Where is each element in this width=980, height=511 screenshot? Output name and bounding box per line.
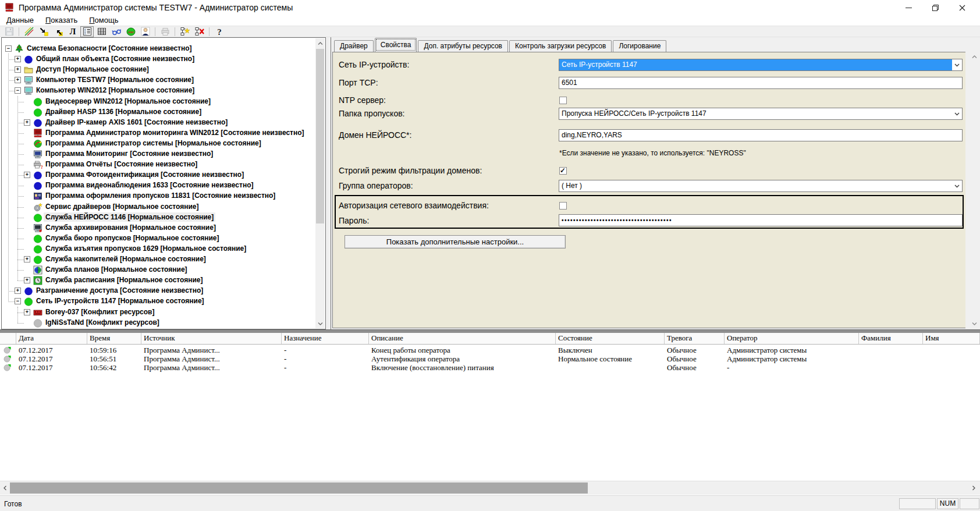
tree-item-label[interactable]: Система Безопасности [Состояние неизвест… (25, 44, 194, 53)
arrow-down-right-icon[interactable] (37, 26, 50, 37)
tree-item[interactable]: +Доступ [Нормальное состояние] (2, 65, 315, 76)
tree-item[interactable]: ?Программа Отчёты [Состояние неизвестно] (2, 159, 315, 171)
operator-group-combobox[interactable]: ( Нет ) (559, 180, 963, 192)
tree-item[interactable]: +Общий план объекта [Состояние неизвестн… (2, 54, 315, 65)
tree-item[interactable]: +Компьютер TESTW7 [Нормальное состояние] (2, 75, 315, 86)
tree-item-label[interactable]: Служба планов [Нормальное состояние] (44, 265, 189, 274)
menu-item-1[interactable]: Данные (1, 15, 39, 24)
tree-item[interactable]: Драйвер HASP 1136 [Нормальное состояние] (2, 107, 315, 118)
collapse-icon[interactable]: − (5, 45, 12, 52)
tree-item-label[interactable]: Компьютер WIN2012 [Нормальное состояние] (34, 86, 196, 95)
tree-item[interactable] (2, 328, 315, 329)
tab-4[interactable]: Контроль загрузки ресурсов (509, 40, 612, 52)
tree-item[interactable]: Программа Администратор системы [Нормаль… (2, 139, 315, 150)
tree-item-label[interactable]: Программа Мониторинг [Состояние неизвест… (44, 149, 215, 158)
tree-item[interactable]: Программа Мониторинг [Состояние неизвест… (2, 149, 315, 160)
tree-item[interactable]: Программа видеонаблюдения 1633 [Состояни… (2, 180, 315, 191)
tree-item[interactable]: +Разграничение доступа [Состояние неизве… (2, 286, 315, 297)
chevron-down-icon[interactable] (952, 59, 962, 70)
log-column-header[interactable]: Назначение (282, 333, 369, 344)
tree-item-label[interactable]: Видеосервер WIN2012 [Нормальное состояни… (44, 97, 212, 106)
start-icon[interactable]: star (124, 26, 137, 37)
log-column-header[interactable]: Время (87, 333, 141, 344)
tree-scrollbar[interactable] (315, 38, 325, 328)
log-column-header[interactable]: Тревога (665, 333, 725, 344)
tree-item-label[interactable]: Служба расписания [Нормальное состояние] (44, 275, 205, 285)
scroll-down-icon[interactable] (315, 319, 325, 328)
tree-item-label[interactable]: Драйвер HASP 1136 [Нормальное состояние] (44, 107, 203, 116)
tree-item[interactable]: Сервис драйверов [Нормальное состояние] (2, 202, 315, 213)
collapse-icon[interactable]: − (15, 298, 21, 304)
tree-item[interactable]: Служба бюро пропусков [Нормальное состоя… (2, 233, 315, 244)
expand-icon[interactable]: + (24, 119, 30, 126)
tab-2[interactable]: Свойства (375, 38, 417, 52)
tree-item[interactable]: Служба НЕЙРОСС 1146 [Нормальное состояни… (2, 212, 315, 223)
tree-item[interactable]: +Служба расписания [Нормальное состояние… (2, 275, 315, 286)
log-column-header[interactable]: Оператор (725, 333, 859, 344)
tree-item-label[interactable]: Служба изъятия пропусков 1629 [Нормально… (44, 244, 248, 253)
minimize-button[interactable] (895, 0, 922, 15)
tab-5[interactable]: Логирование (613, 40, 666, 52)
log-row[interactable]: 07.12.201710:56:51Программа Админист...-… (0, 354, 980, 363)
log-column-header[interactable]: Состояние (556, 333, 665, 344)
hatch-icon[interactable] (22, 26, 35, 37)
log-row[interactable]: 07.12.201710:59:16Программа Админист...-… (0, 346, 980, 354)
tree-item-label[interactable]: Borey-037 [Конфликт ресурсов] (44, 307, 156, 317)
tree-item-label[interactable]: Служба накопителей [Нормальное состояние… (44, 254, 208, 264)
tree-item[interactable]: Служба планов [Нормальное состояние] (2, 265, 315, 276)
tree-item-label[interactable]: Компьютер TESTW7 [Нормальное состояние] (34, 75, 196, 84)
help-icon[interactable]: ? (212, 26, 226, 37)
tree-item-label[interactable]: Программа Администратор системы [Нормаль… (44, 139, 263, 148)
close-button[interactable] (949, 0, 975, 15)
tcp-port-input[interactable]: 6501 (559, 77, 963, 89)
delete-resource-icon[interactable] (193, 26, 206, 37)
tree-item[interactable]: −Сеть IP-устройств 1147 [Нормальное сост… (2, 296, 315, 307)
tree-item-label[interactable]: Драйвер IP-камер AXIS 1601 [Состояние не… (44, 118, 229, 127)
tree-item[interactable]: −Система Безопасности [Состояние неизвес… (2, 44, 315, 55)
properties-scrollbar[interactable] (970, 52, 979, 328)
log-column-header[interactable]: Фамилия (859, 333, 923, 344)
scroll-left-icon[interactable] (0, 481, 10, 495)
grid-view-icon[interactable] (95, 26, 108, 37)
tree-item[interactable]: Служба изъятия пропусков 1629 [Нормально… (2, 244, 315, 255)
expand-icon[interactable]: + (24, 172, 30, 178)
tree-item-label[interactable]: Сеть IP-устройств 1147 [Нормальное состо… (34, 296, 206, 306)
collapse-icon[interactable]: − (15, 87, 21, 94)
log-column-header[interactable]: Описание (369, 333, 556, 344)
panel-splitter[interactable] (326, 37, 331, 329)
scroll-right-icon[interactable] (969, 481, 979, 495)
tree-item[interactable]: Служба архивирования [Нормальное состоян… (2, 223, 315, 234)
log-column-header[interactable]: Дата (16, 333, 87, 344)
pass-folder-combobox[interactable]: Пропуска НЕЙРОСС/Сеть IP-устройств 1147 (559, 108, 963, 120)
expand-icon[interactable]: + (24, 309, 30, 315)
tab-3[interactable]: Доп. атрибуты ресурсов (418, 40, 508, 52)
chevron-down-icon[interactable] (952, 180, 962, 191)
tree-item-label[interactable]: Разграничение доступа [Состояние неизвес… (34, 286, 205, 295)
expand-icon[interactable]: + (15, 77, 21, 83)
restore-button[interactable] (922, 0, 949, 15)
tree-item-label[interactable]: Доступ [Нормальное состояние] (34, 65, 151, 74)
tree-item-label[interactable]: Сервис драйверов [Нормальное состояние] (44, 202, 201, 211)
operator-icon[interactable] (139, 26, 152, 37)
tree-item-label[interactable]: Программа Отчёты [Состояние неизвестно] (44, 159, 199, 169)
tree-item-label[interactable]: Программа Фотоидентификация [Состояние н… (44, 170, 246, 179)
horizontal-scrollbar[interactable] (0, 481, 980, 495)
tree-item[interactable]: Программа оформления пропусков 11831 [Со… (2, 191, 315, 202)
log-column-header[interactable]: Источник (141, 333, 282, 344)
scroll-up-icon[interactable] (970, 52, 979, 61)
tree-item-label[interactable]: Служба НЕЙРОСС 1146 [Нормальное состояни… (44, 212, 215, 222)
expand-icon[interactable]: + (15, 288, 21, 294)
tree-item[interactable]: Программа Администратор мониторинга WIN2… (2, 128, 315, 139)
tree-item[interactable]: +Программа Фотоидентификация [Состояние … (2, 170, 315, 181)
tree-item-label[interactable]: Программа оформления пропусков 11831 [Со… (44, 191, 277, 200)
tree-item[interactable]: +Служба накопителей [Нормальное состояни… (2, 254, 315, 265)
tree-item-label[interactable]: Служба бюро пропусков [Нормальное состоя… (44, 233, 221, 243)
network-auth-checkbox[interactable] (559, 202, 567, 210)
add-resource-icon[interactable] (178, 26, 191, 37)
scroll-down-icon[interactable] (970, 319, 979, 328)
tree-item[interactable]: −Компьютер WIN2012 [Нормальное состояние… (2, 86, 315, 97)
list-view-icon[interactable] (80, 26, 94, 37)
expand-icon[interactable]: + (15, 56, 21, 62)
scroll-up-icon[interactable] (315, 38, 325, 48)
expand-icon[interactable]: + (24, 277, 30, 283)
